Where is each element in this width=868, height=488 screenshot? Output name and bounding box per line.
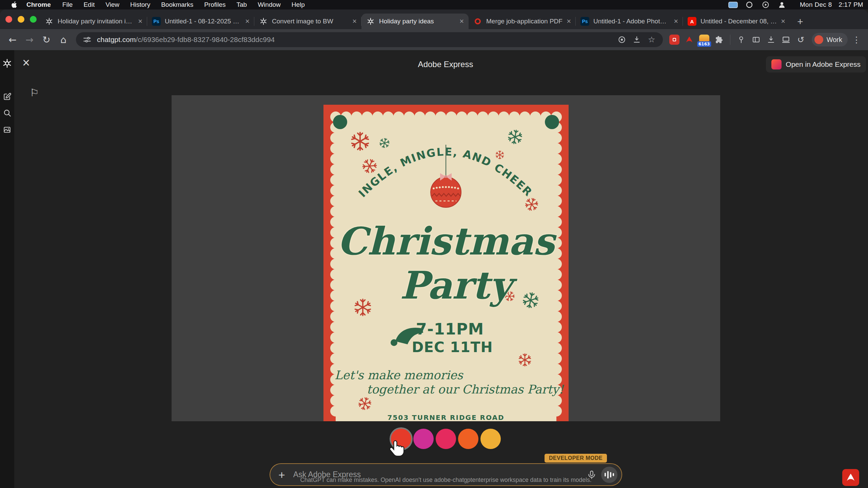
poster-time: 7-11PM — [416, 320, 484, 338]
menubar-clock[interactable]: Mon Dec 8 2:17 PM — [795, 1, 863, 8]
swatch-red[interactable] — [391, 429, 411, 449]
menubar-time: 2:17 PM — [839, 1, 863, 8]
new-chat-icon[interactable] — [1, 91, 13, 102]
acrobat-web-favicon — [473, 17, 482, 26]
color-swatch-row — [391, 429, 501, 449]
poster-date: DEC 11TH — [412, 339, 493, 355]
user-switcher-icon[interactable] — [776, 1, 788, 8]
christmas-party-poster: JINGLE, MINGLE, AND CHEER! — [323, 105, 569, 421]
swatch-orange[interactable] — [458, 429, 478, 449]
menu-help[interactable]: Help — [292, 1, 305, 8]
developer-mode-badge: DEVELOPER MODE — [545, 454, 607, 463]
swatch-magenta[interactable] — [413, 429, 434, 449]
address-bar[interactable]: chatgpt.com/c/6936eb29-fdb8-8327-9840-28… — [76, 32, 663, 47]
menu-history[interactable]: History — [130, 1, 150, 8]
open-in-adobe-express-button[interactable]: Open in Adobe Express — [766, 56, 866, 73]
adobe-cc-extension-icon[interactable] — [668, 34, 680, 46]
home-button[interactable]: ⌂ — [56, 33, 71, 47]
chatgpt-sidebar — [0, 50, 14, 488]
tab-close-icon[interactable]: × — [781, 18, 785, 25]
tab-close-icon[interactable]: × — [352, 18, 357, 25]
extensions-puzzle-icon[interactable] — [713, 34, 725, 46]
tab-merge-job-application-pdf[interactable]: Merge job-application PDF × — [469, 14, 576, 29]
open-button-label: Open in Adobe Express — [786, 60, 861, 68]
tab-untitled-adobe-photoshop[interactable]: Ps Untitled-1 - Adobe Photosho × — [576, 14, 683, 29]
chatgpt-favicon — [366, 17, 375, 26]
acrobat-extension-icon[interactable] — [683, 34, 695, 46]
close-window-button[interactable] — [5, 16, 12, 23]
forward-button[interactable]: → — [22, 33, 37, 47]
design-canvas: JINGLE, MINGLE, AND CHEER! — [172, 95, 720, 421]
app-title: Adobe Express — [418, 60, 473, 69]
tab-close-icon[interactable]: × — [459, 18, 464, 25]
voice-mode-button[interactable] — [601, 467, 617, 483]
chatgpt-logo-icon[interactable] — [1, 58, 13, 69]
tab-close-icon[interactable]: × — [567, 18, 571, 25]
url-text[interactable]: chatgpt.com/c/6936eb29-fdb8-8327-9840-28… — [97, 36, 612, 44]
tab-title: Holiday party ideas — [379, 18, 455, 25]
play-status-icon[interactable] — [760, 1, 771, 8]
tab-close-icon[interactable]: × — [245, 18, 250, 25]
record-status-icon[interactable] — [744, 1, 755, 8]
bookmark-star-icon[interactable]: ☆ — [647, 35, 657, 45]
minimize-window-button[interactable] — [18, 16, 24, 23]
side-panel-icon[interactable] — [750, 34, 762, 46]
url-path: /c/6936eb29-fdb8-8327-9840-28cf83ddc994 — [136, 36, 275, 43]
menu-tab[interactable]: Tab — [237, 1, 247, 8]
tab-untitled-photoshop-export[interactable]: Ps Untitled-1 - 08-12-2025 14-1 × — [147, 14, 254, 29]
attach-plus-icon[interactable]: + — [278, 469, 285, 481]
close-app-icon[interactable]: × — [22, 56, 30, 69]
swatch-crimson[interactable] — [436, 429, 456, 449]
devices-icon[interactable] — [780, 34, 792, 46]
tab-title: Untitled-1 - Adobe Photosho — [593, 18, 670, 25]
save-share-icon[interactable] — [632, 35, 642, 45]
session-extension-icon[interactable]: 6163 — [698, 34, 710, 46]
extension-count-badge: 6163 — [697, 41, 711, 47]
tab-holiday-party-ideas-active[interactable]: Holiday party ideas × — [361, 14, 469, 29]
profile-chip[interactable]: Work — [812, 33, 848, 46]
tab-close-icon[interactable]: × — [138, 18, 142, 25]
macos-menubar: Chrome File Edit View History Bookmarks … — [0, 0, 868, 9]
search-icon[interactable] — [1, 107, 13, 119]
adobe-favicon: A — [688, 17, 696, 26]
disclaimer-text: ChatGPT can make mistakes. OpenAI doesn'… — [300, 476, 591, 484]
window-controls — [5, 16, 37, 23]
tab-untitled-december[interactable]: A Untitled - December 08, 202 × — [683, 14, 790, 29]
menubar-app-name[interactable]: Chrome — [26, 1, 51, 8]
swatch-amber[interactable] — [480, 429, 501, 449]
reload-button[interactable]: ↻ — [39, 33, 54, 47]
menu-view[interactable]: View — [105, 1, 119, 8]
tab-strip: Holiday party invitation ideas × Ps Unti… — [0, 9, 868, 29]
url-domain: chatgpt.com — [97, 36, 136, 43]
tab-holiday-party-invitation-ideas[interactable]: Holiday party invitation ideas × — [40, 14, 147, 29]
downloads-icon[interactable] — [765, 34, 777, 46]
site-settings-icon[interactable] — [82, 35, 92, 45]
menu-file[interactable]: File — [62, 1, 73, 8]
menu-edit[interactable]: Edit — [83, 1, 95, 8]
poster-title-line2: Party — [400, 263, 518, 307]
chatgpt-page: × ⚐ Adobe Express Open in Adobe Express — [0, 50, 868, 488]
browser-menu-icon[interactable]: ⋮ — [850, 34, 863, 46]
corner-dot-left — [333, 115, 347, 129]
menu-bookmarks[interactable]: Bookmarks — [161, 1, 193, 8]
adobe-express-icon — [771, 59, 782, 69]
tab-convert-image-to-bw[interactable]: Convert image to BW × — [254, 14, 361, 29]
zoom-window-button[interactable] — [30, 16, 37, 23]
menu-profiles[interactable]: Profiles — [204, 1, 225, 8]
apple-menu-icon[interactable] — [10, 1, 18, 8]
library-icon[interactable] — [1, 124, 13, 136]
tab-title: Convert image to BW — [272, 18, 348, 25]
flag-icon[interactable]: ⚐ — [30, 87, 39, 99]
pin-icon[interactable] — [735, 34, 747, 46]
lens-icon[interactable] — [617, 35, 627, 45]
new-tab-button[interactable]: + — [793, 14, 808, 29]
tab-title: Merge job-application PDF — [486, 18, 563, 25]
history-icon[interactable]: ↺ — [795, 34, 807, 46]
browser-toolbar: ← → ↻ ⌂ chatgpt.com/c/6936eb29-fdb8-8327… — [0, 29, 868, 50]
screen-mirroring-icon[interactable] — [727, 1, 739, 8]
acrobat-assistant-button[interactable] — [842, 469, 859, 486]
tab-close-icon[interactable]: × — [674, 18, 678, 25]
menu-window[interactable]: Window — [258, 1, 281, 8]
browser-window: Holiday party invitation ideas × Ps Unti… — [0, 9, 868, 488]
back-button[interactable]: ← — [5, 33, 20, 47]
